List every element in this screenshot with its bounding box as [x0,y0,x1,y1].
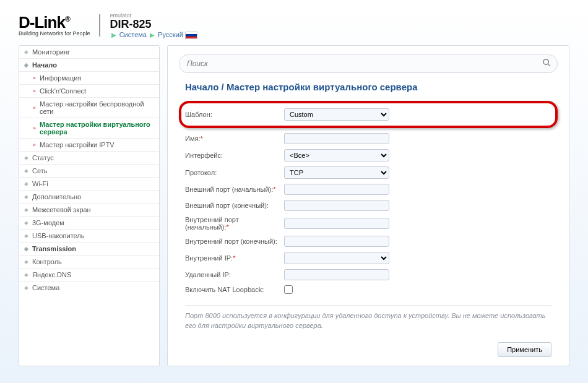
input-int-port-end[interactable] [284,236,389,247]
sidebar-item-wifi[interactable]: ◈Wi-Fi [19,178,159,191]
main-panel: Начало / Мастер настройки виртуального с… [167,45,569,366]
bullet-icon: ◈ [24,259,28,265]
input-ext-port-end[interactable] [284,200,389,211]
sidebar-item-iptv-wizard[interactable]: »Мастер настройки IPTV [19,139,159,152]
breadcrumb: Начало / Мастер настройки виртуального с… [185,82,558,92]
bullet-icon: ◈ [24,285,28,291]
header-links: ▶ Система ▶ Русский [110,31,197,39]
label-internal-ip: Внутренний IP:* [185,254,278,262]
select-internal-ip[interactable] [284,252,389,264]
sidebar-item-wifi-wizard[interactable]: »Мастер настройки беспроводной сети [19,98,159,118]
bullet-icon: ◈ [24,49,28,55]
chevron-icon: » [33,88,36,94]
sidebar-item-3g-modem[interactable]: ◈3G-модем [19,217,159,230]
bullet-icon: ◈ [24,246,28,252]
sidebar-item-advanced[interactable]: ◈Дополнительно [19,191,159,204]
bullet-icon: ◈ [24,272,28,278]
bullet-icon: ◈ [24,62,28,68]
chevron-icon: » [33,142,36,148]
link-system[interactable]: Система [119,31,147,38]
sidebar-item-usb[interactable]: ◈USB-накопитель [19,230,159,243]
header: D-Link® Building Networks for People emu… [19,12,569,39]
sidebar-item-info[interactable]: »Информация [19,72,159,85]
svg-line-1 [548,64,550,66]
label-int-port-start: Внутренний порт (начальный):* [185,216,278,231]
select-interface[interactable]: <Все> [284,149,389,161]
port-note: Порт 8000 используется в конфигурации дл… [185,311,551,331]
bullet-icon: ◈ [24,233,28,239]
search-input[interactable] [179,54,558,73]
flag-russia-icon [185,32,197,39]
label-name: Имя:* [185,135,278,142]
apply-button[interactable]: Применить [498,342,551,357]
label-remote-ip: Удаленный IP: [185,271,278,278]
bullet-icon: ◈ [24,194,28,200]
bullet-icon: ◈ [24,181,28,187]
chevron-icon: » [33,125,36,131]
logo-block: D-Link® Building Networks for People [19,14,100,37]
breadcrumb-page: Мастер настройки виртуального сервера [227,82,418,92]
vserver-form: Шаблон: Custom Имя:* Интерфейс: <Все> Пр… [179,101,558,357]
label-int-port-end: Внутренний порт (конечный): [185,238,278,245]
sidebar-item-transmission[interactable]: ◈Transmission [19,243,159,256]
tagline: Building Networks for People [19,30,90,37]
sidebar-item-firewall[interactable]: ◈Межсетевой экран [19,204,159,217]
sidebar-item-control[interactable]: ◈Контроль [19,256,159,269]
sidebar-item-status[interactable]: ◈Статус [19,152,159,165]
logo: D-Link® [19,14,90,30]
sidebar-item-clicknconnect[interactable]: »Click'n'Connect [19,85,159,98]
input-name[interactable] [284,133,389,144]
bullet-icon: ◈ [24,168,28,174]
input-ext-port-start[interactable] [284,184,389,195]
model-name: DIR-825 [110,19,197,31]
label-nat-loopback: Включить NAT Loopback: [185,286,278,293]
label-ext-port-end: Внешний порт (конечный): [185,202,278,209]
bullet-icon: ◈ [24,207,28,213]
arrow-icon: ▶ [110,32,118,38]
input-int-port-start[interactable] [284,218,389,229]
sidebar: ◈Мониторинг ◈Начало »Информация »Click'n… [19,45,160,366]
sidebar-item-network[interactable]: ◈Сеть [19,165,159,178]
template-highlight: Шаблон: Custom [179,101,558,128]
bullet-icon: ◈ [24,220,28,226]
svg-point-0 [543,59,548,64]
label-protocol: Протокол: [185,169,278,176]
sidebar-item-vserver-wizard[interactable]: »Мастер настройки виртуального сервера [19,118,159,139]
arrow-icon: ▶ [149,32,156,38]
label-ext-port-start: Внешний порт (начальный):* [185,186,278,193]
chevron-icon: » [33,75,36,81]
select-protocol[interactable]: TCP [284,166,389,179]
sidebar-item-monitoring[interactable]: ◈Мониторинг [19,46,159,59]
select-template[interactable]: Custom [284,108,389,121]
search-icon[interactable] [542,58,551,69]
breadcrumb-root[interactable]: Начало [185,82,218,92]
chevron-icon: » [33,105,36,111]
checkbox-nat-loopback[interactable] [284,285,293,294]
label-template: Шаблон: [185,111,278,118]
sidebar-item-system[interactable]: ◈Система [19,282,159,294]
label-interface: Интерфейс: [185,152,278,159]
search-box [179,54,558,73]
model-block: emulator DIR-825 ▶ Система ▶ Русский [110,12,197,39]
bullet-icon: ◈ [24,155,28,161]
sidebar-item-start[interactable]: ◈Начало [19,59,159,72]
sidebar-item-yandexdns[interactable]: ◈Яндекс.DNS [19,269,159,282]
link-language[interactable]: Русский [158,31,183,38]
input-remote-ip[interactable] [284,269,389,280]
